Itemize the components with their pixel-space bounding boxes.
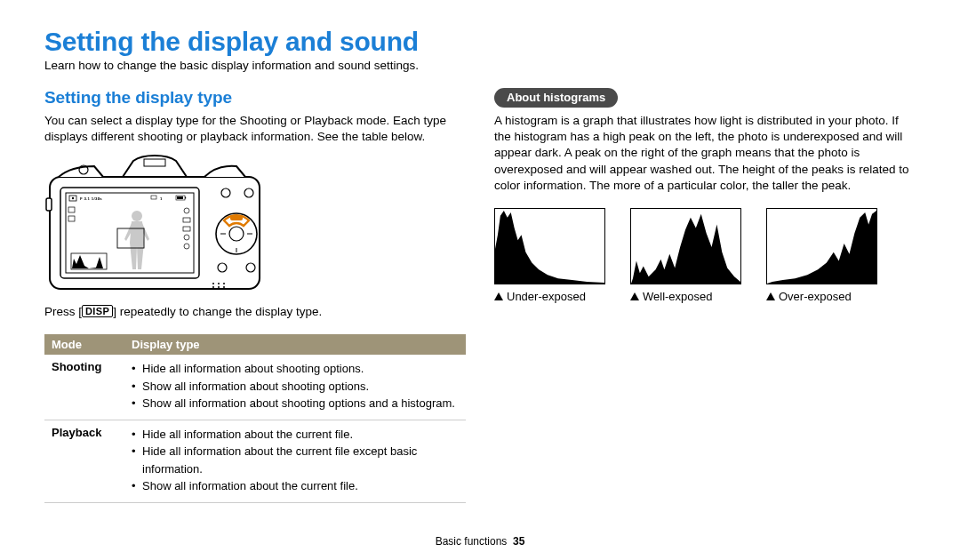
histogram-label-under: Under-exposed	[494, 290, 605, 303]
svg-rect-10	[185, 197, 186, 199]
list-item: Hide all information about the current f…	[132, 443, 459, 477]
list-item: Show all information about the current f…	[132, 477, 459, 495]
svg-point-35	[212, 286, 214, 288]
table-head-mode: Mode	[44, 334, 124, 355]
footer-section: Basic functions	[436, 535, 508, 548]
svg-point-7	[72, 197, 74, 199]
svg-rect-11	[177, 196, 183, 199]
histogram-well-exposed	[630, 208, 741, 284]
table-head-display: Display type	[124, 334, 466, 355]
triangle-icon	[766, 292, 775, 300]
svg-rect-3	[46, 198, 52, 211]
press-instruction: Press [DISP] repeatedly to change the di…	[44, 305, 466, 318]
press-after: ] repeatedly to change the display type.	[113, 305, 322, 318]
triangle-icon	[630, 292, 639, 300]
list-item: Hide all information about the current f…	[132, 426, 459, 444]
intro-paragraph: You can select a display type for the Sh…	[44, 113, 466, 145]
screen-readout: F 3.1 1/30s	[80, 196, 102, 201]
histogram-paragraph: A histogram is a graph that illustrates …	[494, 113, 916, 194]
about-histograms-heading: About histograms	[494, 88, 618, 108]
page-subtitle: Learn how to change the basic display in…	[44, 59, 916, 72]
svg-rect-0	[50, 177, 260, 289]
svg-point-32	[212, 283, 214, 284]
footer-page-number: 35	[513, 535, 524, 548]
histogram-label-well: Well-exposed	[630, 290, 741, 303]
page-title: Setting the display and sound	[44, 27, 916, 57]
list-item: Hide all information about shooting opti…	[132, 360, 459, 378]
list-item: Show all information about shooting opti…	[132, 378, 459, 396]
table-row: Shooting Hide all information about shoo…	[44, 355, 466, 420]
svg-point-34	[223, 283, 225, 284]
histogram-under-exposed	[494, 208, 605, 284]
camera-illustration: F 3.1 1/30s 1	[44, 154, 265, 296]
svg-point-19	[132, 211, 142, 221]
histogram-over-exposed	[766, 208, 877, 284]
svg-point-33	[218, 283, 220, 284]
screen-counter: 1	[160, 196, 163, 201]
section-heading-display-type: Setting the display type	[44, 88, 466, 108]
histogram-label-over: Over-exposed	[766, 290, 877, 303]
svg-rect-26	[230, 216, 243, 220]
press-before: Press [	[44, 305, 82, 318]
table-row: Playback Hide all information about the …	[44, 420, 466, 502]
page-footer: Basic functions 35	[0, 535, 960, 548]
mode-label-shooting: Shooting	[44, 355, 124, 420]
display-type-table: Mode Display type Shooting Hide all info…	[44, 334, 466, 503]
mode-label-playback: Playback	[44, 420, 124, 502]
svg-point-36	[218, 286, 220, 288]
triangle-icon	[494, 292, 503, 300]
histogram-examples: Under-exposed Well-exposed	[494, 208, 916, 303]
svg-point-37	[223, 286, 225, 288]
list-item: Show all information about shooting opti…	[132, 395, 459, 412]
disp-button-label: DISP	[82, 305, 113, 317]
